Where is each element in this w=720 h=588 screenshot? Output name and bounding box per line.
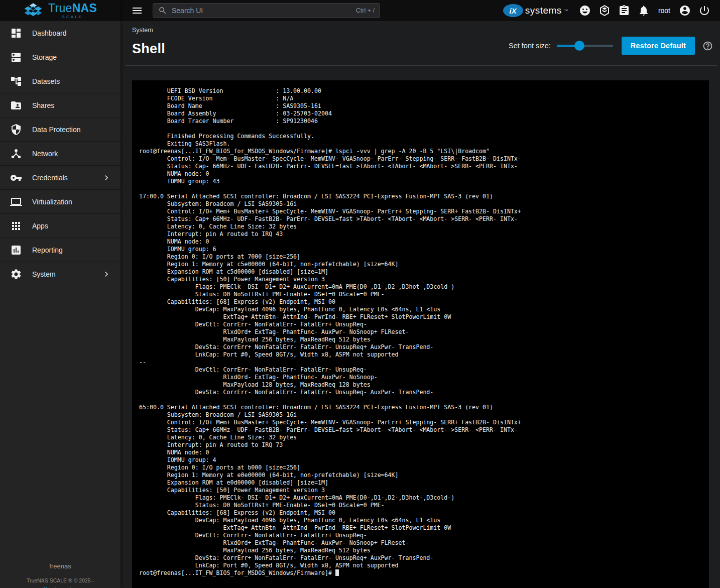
restore-default-button[interactable]: Restore Default: [622, 37, 695, 55]
font-size-label: Set font size:: [509, 42, 551, 50]
shares-icon: [10, 99, 22, 111]
sidebar-item-system[interactable]: System: [0, 262, 121, 286]
sidebar-nav: Dashboard Storage Datasets Shares Data P…: [0, 21, 121, 286]
sidebar-item-data-protection[interactable]: Data Protection: [0, 117, 121, 142]
shell-terminal[interactable]: UEFI BSD Version : 13.00.00.00 FCODE Ver…: [132, 80, 709, 588]
shield-icon: [10, 124, 22, 136]
sidebar: TrueNAS SCALE Dashboard Storage Datasets…: [0, 0, 121, 588]
sidebar-item-credentials[interactable]: Credentials: [0, 166, 121, 190]
search-shortcut: Ctrl + /: [356, 7, 375, 14]
page-title: Shell: [132, 41, 165, 57]
dashboard-icon: [10, 27, 22, 39]
main-column: Ctrl + / iX systems ™ root System Shell: [121, 0, 720, 588]
truenas-logo[interactable]: TrueNAS SCALE: [0, 0, 121, 21]
gear-icon: [10, 268, 22, 280]
sidebar-item-dashboard[interactable]: Dashboard: [0, 21, 121, 45]
sidebar-item-shares[interactable]: Shares: [0, 93, 121, 117]
feedback-smiley-icon[interactable]: [579, 5, 591, 17]
topbar: Ctrl + / iX systems ™ root: [121, 0, 720, 21]
terminal-prompt: root@freenas[...IT_FW_BIOS_for_MSDOS_Win…: [139, 569, 335, 576]
brand-sub: SCALE: [48, 15, 97, 19]
sidebar-item-apps[interactable]: Apps: [0, 214, 121, 238]
menu-icon[interactable]: [131, 5, 143, 17]
bar-chart-icon: [10, 244, 22, 256]
datasets-icon: [10, 75, 22, 87]
account-circle-icon[interactable]: [679, 5, 691, 17]
company-link[interactable]: iXsystems, Inc.: [0, 586, 121, 588]
help-icon[interactable]: [702, 41, 713, 51]
sidebar-item-virtualization[interactable]: Virtualization: [0, 190, 121, 214]
ixsystems-logo[interactable]: iX systems ™: [503, 4, 568, 17]
sidebar-item-datasets[interactable]: Datasets: [0, 69, 121, 93]
terminal-cursor: [335, 569, 339, 576]
sidebar-item-storage[interactable]: Storage: [0, 45, 121, 69]
ix-oval-icon: iX: [503, 4, 523, 17]
notifications-bell-icon[interactable]: [638, 5, 650, 17]
key-icon: [10, 172, 22, 184]
sidebar-footer: freenas TrueNAS SCALE ® © 2025 - iXsyste…: [0, 562, 121, 588]
copyright-label: TrueNAS SCALE ® © 2025 -: [0, 577, 121, 583]
storage-icon: [10, 51, 22, 63]
brand-name: TrueNAS: [48, 3, 97, 14]
truenas-mark-icon: [22, 3, 44, 19]
font-size-slider[interactable]: [557, 41, 613, 51]
breadcrumb[interactable]: System: [132, 27, 153, 34]
sidebar-item-reporting[interactable]: Reporting: [0, 238, 121, 262]
sidebar-item-network[interactable]: Network: [0, 142, 121, 166]
username-label: root: [657, 7, 671, 15]
laptop-icon: [10, 196, 22, 208]
search-input[interactable]: [171, 6, 352, 15]
power-icon[interactable]: [698, 5, 710, 17]
global-search[interactable]: Ctrl + /: [153, 3, 380, 18]
shell-controls: Set font size: Restore Default: [509, 37, 713, 55]
page-content: System Shell Set font size: Restore Defa…: [121, 21, 720, 588]
network-icon: [10, 148, 22, 160]
slider-thumb[interactable]: [574, 41, 584, 51]
apps-grid-icon: [10, 220, 22, 232]
jobs-clipboard-icon[interactable]: [618, 5, 630, 17]
terminal-output: UEFI BSD Version : 13.00.00.00 FCODE Ver…: [132, 80, 709, 577]
chevron-right-icon: [101, 173, 111, 183]
chevron-right-icon: [101, 269, 111, 279]
search-icon: [158, 6, 167, 15]
terminal-text: UEFI BSD Version : 13.00.00.00 FCODE Ver…: [139, 87, 521, 569]
truecommand-icon[interactable]: [598, 5, 611, 17]
card-top-border: [126, 65, 717, 66]
hostname-label: freenas: [0, 562, 121, 570]
app-root: TrueNAS SCALE Dashboard Storage Datasets…: [0, 0, 720, 588]
